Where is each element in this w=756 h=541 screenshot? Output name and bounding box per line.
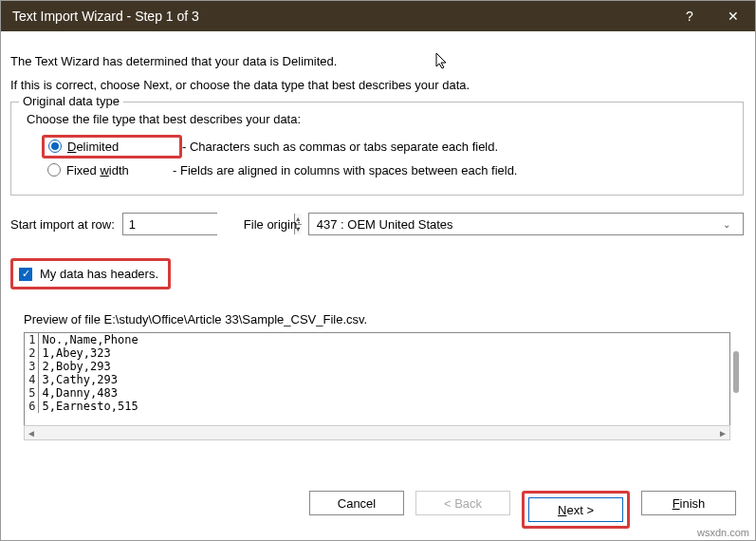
preview-row: 43,Cathy,293 [25, 373, 729, 386]
radio-delimited-desc: - Characters such as commas or tabs sepa… [182, 140, 498, 154]
scroll-left-icon[interactable]: ◄ [27, 428, 36, 438]
preview-row: 1No.,Name,Phone [25, 333, 729, 346]
cancel-button[interactable]: Cancel [309, 491, 404, 515]
original-data-type-group: Original data type Choose the file type … [10, 102, 744, 196]
titlebar: Text Import Wizard - Step 1 of 3 ? ✕ [1, 1, 755, 31]
preview-row: 65,Earnesto,515 [25, 400, 729, 413]
radio-delimited-label[interactable]: Delimited [67, 140, 151, 154]
radio-fixed-row: Fixed width - Fields are aligned in colu… [47, 159, 731, 180]
group-legend: Original data type [19, 94, 123, 108]
intro-line-2: If this is correct, choose Next, or choo… [10, 78, 744, 92]
intro-line-1: The Text Wizard has determined that your… [10, 54, 744, 68]
radio-fixed-label[interactable]: Fixed width [66, 163, 150, 177]
headers-checkbox[interactable]: ✓ [19, 268, 32, 281]
preview-label: Preview of file E:\study\Office\Article … [24, 312, 744, 326]
radio-delimited[interactable] [48, 140, 62, 153]
titlebar-title: Text Import Wizard - Step 1 of 3 [12, 9, 668, 24]
preview-row: 21,Abey,323 [25, 346, 729, 360]
vertical-scrollbar[interactable] [733, 351, 739, 393]
start-import-row: Start import at row: ▲ ▼ File origin: 43… [10, 213, 744, 235]
dialog-body: The Text Wizard has determined that your… [1, 31, 755, 459]
watermark: wsxdn.com [697, 527, 749, 538]
highlight-headers: ✓ My data has headers. [10, 258, 171, 289]
back-button[interactable]: < Back [415, 491, 510, 515]
chevron-down-icon: ⌄ [718, 214, 735, 234]
preview-row: 54,Danny,483 [25, 386, 729, 400]
file-origin-value: 437 : OEM United States [317, 217, 453, 232]
dialog-window: Text Import Wizard - Step 1 of 3 ? ✕ The… [0, 0, 756, 541]
start-row-spinner[interactable]: ▲ ▼ [122, 213, 217, 235]
radio-fixed-width[interactable] [47, 163, 61, 177]
headers-row: ✓ My data has headers. [10, 258, 744, 289]
group-prompt: Choose the file type that best describes… [27, 112, 731, 126]
preview-table: 1No.,Name,Phone 21,Abey,323 32,Boby,293 … [25, 333, 729, 413]
radio-fixed-desc: - Fields are aligned in columns with spa… [173, 163, 517, 177]
help-button[interactable]: ? [668, 1, 711, 31]
preview-box: 1No.,Name,Phone 21,Abey,323 32,Boby,293 … [24, 332, 730, 425]
headers-label[interactable]: My data has headers. [40, 267, 158, 281]
scroll-right-icon[interactable]: ► [718, 428, 728, 438]
radio-delimited-row: Delimited - Characters such as commas or… [42, 136, 731, 157]
highlight-delimited: Delimited [42, 135, 182, 159]
highlight-next: Next > [522, 491, 630, 529]
start-row-label: Start import at row: [10, 217, 115, 232]
preview-row: 32,Boby,293 [25, 360, 729, 373]
close-button[interactable]: ✕ [711, 1, 755, 31]
button-row: Cancel < Back Next > Finish [12, 491, 744, 529]
next-button[interactable]: Next > [528, 497, 623, 522]
file-origin-select[interactable]: 437 : OEM United States ⌄ [308, 213, 744, 235]
preview-container: 1No.,Name,Phone 21,Abey,323 32,Boby,293 … [24, 332, 730, 425]
file-origin-label: File origin: [244, 217, 301, 232]
finish-button[interactable]: Finish [641, 491, 736, 515]
horizontal-scrollbar[interactable]: ◄ ► [24, 425, 730, 440]
